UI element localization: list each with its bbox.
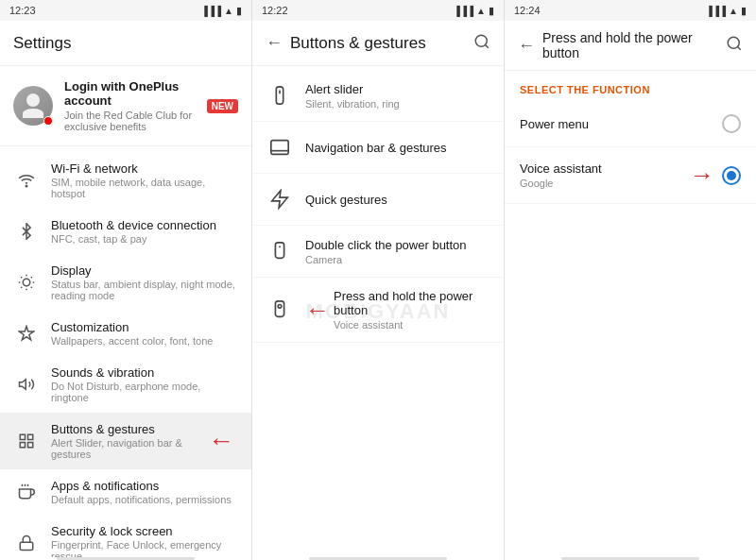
- svg-line-9: [31, 277, 32, 278]
- time-2: 12:22: [262, 5, 288, 16]
- settings-label-bluetooth: Bluetooth & device connection: [51, 218, 238, 232]
- buttons-gestures-header: ← Buttons & gestures: [252, 21, 504, 66]
- settings-sub-sounds: Do Not Disturb, earphone mode, ringtone: [51, 381, 238, 403]
- press-hold-arrow-row: ← Press and hold the power button Voice …: [305, 289, 490, 331]
- gesture-item-press-hold[interactable]: ← Press and hold the power button Voice …: [252, 278, 504, 343]
- wifi-icon-1: ▲: [224, 6, 233, 16]
- time-1: 12:23: [9, 5, 36, 16]
- settings-item-bluetooth[interactable]: Bluetooth & device connection NFC, cast,…: [0, 209, 251, 254]
- svg-point-30: [728, 37, 739, 48]
- press-hold-labels: Press and hold the power button Voice as…: [334, 289, 490, 331]
- svg-line-21: [485, 44, 488, 47]
- settings-item-display[interactable]: Display Status bar, ambient display, nig…: [0, 254, 251, 311]
- press-hold-header: ← Press and hold the power button: [505, 21, 756, 71]
- settings-item-apps[interactable]: Apps & notifications Default apps, notif…: [0, 469, 251, 515]
- svg-rect-11: [20, 434, 25, 439]
- time-3: 12:24: [514, 5, 541, 16]
- settings-label-security: Security & lock screen: [51, 524, 238, 538]
- settings-list: Wi-Fi & network SIM, mobile network, dat…: [0, 146, 251, 557]
- settings-sub-bluetooth: NFC, cast, tap & pay: [51, 233, 238, 245]
- status-icons-3: ▐▐▐ ▲ ▮: [706, 5, 747, 17]
- settings-item-buttons[interactable]: Buttons & gestures Alert Slider, navigat…: [0, 413, 251, 469]
- buttons-gestures-panel: ← Buttons & gestures Alert s: [252, 21, 505, 560]
- gesture-item-quick[interactable]: Quick gestures: [252, 174, 504, 226]
- settings-text-display: Display Status bar, ambient display, nig…: [51, 263, 238, 301]
- gesture-text-press-hold: ← Press and hold the power button Voice …: [305, 289, 490, 331]
- account-info: Login with OnePlus account Join the Red …: [64, 79, 207, 132]
- search-button-2[interactable]: [726, 35, 743, 56]
- red-dot: [43, 116, 53, 126]
- status-bar-panel-3: 12:24 ▐▐▐ ▲ ▮: [505, 0, 756, 21]
- radio-voice-assistant[interactable]: Voice assistant Google →: [505, 147, 756, 204]
- svg-point-0: [26, 185, 27, 187]
- gesture-text-quick: Quick gestures: [305, 193, 490, 207]
- red-arrow-voice: →: [690, 161, 714, 190]
- settings-text-wifi: Wi-Fi & network SIM, mobile network, dat…: [51, 161, 238, 199]
- settings-item-sounds[interactable]: Sounds & vibration Do Not Disturb, earph…: [0, 356, 251, 413]
- press-hold-title: Press and hold the power button: [542, 30, 726, 60]
- svg-line-8: [21, 287, 22, 288]
- radio-label-power-menu: Power menu: [520, 117, 722, 131]
- new-badge: NEW: [207, 99, 238, 113]
- svg-rect-22: [276, 87, 283, 104]
- radio-row-voice: →: [686, 161, 741, 190]
- gesture-sub-press-hold: Voice assistant: [334, 319, 490, 331]
- settings-sub-display: Status bar, ambient display, night mode,…: [51, 279, 238, 301]
- settings-body: Login with OnePlus account Join the Red …: [0, 66, 251, 557]
- select-label: SELECT THE FUNCTION: [505, 71, 756, 101]
- status-bar-panel-2: 12:22 ▐▐▐ ▲ ▮: [252, 0, 505, 21]
- settings-sub-security: Fingerprint, Face Unlock, emergency resc…: [51, 539, 238, 557]
- svg-rect-14: [28, 443, 33, 448]
- settings-item-customization[interactable]: Customization Wallpapers, accent color, …: [0, 311, 251, 356]
- battery-icon-3: ▮: [741, 5, 747, 17]
- settings-sub-wifi: SIM, mobile network, data usage, hotspot: [51, 177, 238, 199]
- account-name: Login with OnePlus account: [64, 79, 207, 108]
- gesture-sub-alert-slider: Silent, vibration, ring: [305, 98, 490, 110]
- settings-panel: Settings Login with OnePlus account Joi: [0, 21, 252, 560]
- search-button-1[interactable]: [473, 33, 490, 54]
- radio-text-voice-assistant: Voice assistant Google: [520, 161, 686, 189]
- account-sub: Join the Red Cable Club for exclusive be…: [64, 110, 207, 132]
- gesture-item-navbar[interactable]: Navigation bar & gestures: [252, 122, 504, 174]
- press-hold-panel: ← Press and hold the power button SELECT…: [505, 21, 756, 560]
- radio-text-power-menu: Power menu: [520, 117, 722, 131]
- gesture-item-double-click[interactable]: Double click the power button Camera: [252, 226, 504, 278]
- customization-icon: [13, 320, 40, 347]
- signal-icon-1: ▐▐▐: [201, 6, 221, 16]
- radio-circle-voice-assistant[interactable]: [722, 166, 741, 185]
- settings-label-sounds: Sounds & vibration: [51, 365, 238, 380]
- svg-rect-13: [20, 443, 25, 448]
- gesture-label-double-click: Double click the power button: [305, 238, 490, 252]
- gesture-text-navbar: Navigation bar & gestures: [305, 141, 490, 155]
- settings-item-security[interactable]: Security & lock screen Fingerprint, Face…: [0, 515, 251, 557]
- gesture-label-press-hold: Press and hold the power button: [334, 289, 490, 317]
- status-bar: 12:23 ▐▐▐ ▲ ▮ 12:22 ▐▐▐ ▲ ▮ 12:24 ▐▐▐ ▲ …: [0, 0, 756, 21]
- settings-item-wifi[interactable]: Wi-Fi & network SIM, mobile network, dat…: [0, 152, 251, 209]
- gesture-item-alert-slider[interactable]: Alert slider Silent, vibration, ring: [252, 70, 504, 122]
- settings-label-apps: Apps & notifications: [51, 479, 238, 493]
- svg-line-31: [737, 46, 740, 49]
- gesture-text-double-click: Double click the power button Camera: [305, 238, 490, 265]
- red-arrow-press-hold: ←: [305, 296, 330, 325]
- gesture-label-alert-slider: Alert slider: [305, 82, 490, 96]
- settings-text-buttons: Buttons & gestures Alert Slider, navigat…: [51, 422, 208, 460]
- quick-gestures-icon: [266, 185, 294, 213]
- back-button-2[interactable]: ←: [518, 36, 535, 56]
- gestures-list: Alert slider Silent, vibration, ring Nav…: [252, 66, 504, 347]
- status-bar-panel-1: 12:23 ▐▐▐ ▲ ▮: [0, 0, 252, 21]
- wifi-icon: [13, 167, 40, 194]
- settings-text-bluetooth: Bluetooth & device connection NFC, cast,…: [51, 218, 238, 245]
- double-click-icon: [266, 237, 294, 265]
- main-content: Settings Login with OnePlus account Joi: [0, 21, 756, 560]
- buttons-gestures-body: Alert slider Silent, vibration, ring Nav…: [252, 66, 504, 557]
- account-section[interactable]: Login with OnePlus account Join the Red …: [0, 66, 251, 146]
- back-button-1[interactable]: ←: [266, 33, 283, 53]
- radio-circle-power-menu[interactable]: [722, 114, 741, 133]
- settings-label-buttons: Buttons & gestures: [51, 422, 208, 436]
- settings-text-customization: Customization Wallpapers, accent color, …: [51, 320, 238, 347]
- press-hold-body: SELECT THE FUNCTION Power menu Voice ass…: [505, 71, 756, 557]
- svg-point-29: [278, 305, 282, 309]
- svg-line-4: [21, 277, 22, 278]
- settings-text-apps: Apps & notifications Default apps, notif…: [51, 479, 238, 505]
- radio-power-menu[interactable]: Power menu: [505, 101, 756, 147]
